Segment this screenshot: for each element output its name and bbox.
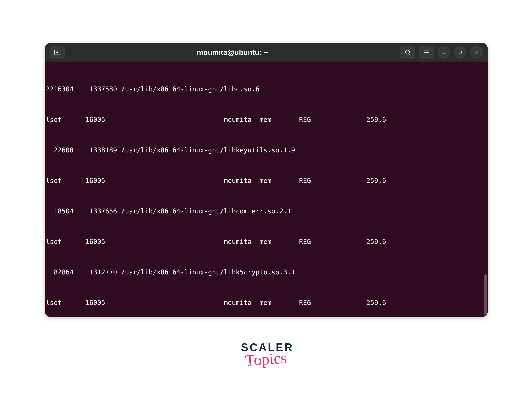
window-title: moumita@ubuntu: ~ (197, 48, 268, 57)
terminal-line: 182864 1312770 /usr/lib/x86_64-linux-gnu… (46, 267, 488, 277)
terminal-line: 22600 1338189 /usr/lib/x86_64-linux-gnu/… (46, 145, 488, 155)
terminal-line: lsof 16005 moumita mem REG 259,6 (46, 237, 488, 247)
new-tab-icon (54, 49, 61, 56)
menu-button[interactable] (419, 46, 434, 59)
menu-icon (423, 49, 430, 56)
scrollbar[interactable] (484, 274, 487, 315)
terminal-body[interactable]: 2216304 1337580 /usr/lib/x86_64-linux-gn… (45, 62, 488, 317)
terminal-line: lsof 16005 moumita mem REG 259,6 (46, 115, 488, 125)
new-tab-button[interactable] (50, 46, 65, 59)
terminal-line: lsof 16005 moumita mem REG 259,6 (46, 297, 488, 308)
maximize-icon (458, 50, 462, 55)
svg-line-4 (409, 54, 410, 55)
minimize-icon (442, 50, 446, 55)
svg-rect-9 (459, 51, 461, 53)
terminal-line: 2216304 1337580 /usr/lib/x86_64-linux-gn… (46, 84, 488, 94)
titlebar: moumita@ubuntu: ~ (45, 43, 488, 62)
brand-name-bottom: Topics (240, 348, 292, 370)
terminal-window: moumita@ubuntu: ~ (45, 43, 488, 317)
minimize-button[interactable] (438, 46, 450, 59)
brand-logo: SCALER Topics (241, 341, 291, 368)
close-icon (474, 50, 479, 55)
close-button[interactable] (470, 46, 483, 59)
terminal-line: 18504 1337656 /usr/lib/x86_64-linux-gnu/… (46, 206, 488, 216)
search-icon (404, 49, 411, 56)
maximize-button[interactable] (454, 46, 467, 59)
terminal-line: lsof 16005 moumita mem REG 259,6 (46, 176, 488, 186)
search-button[interactable] (400, 46, 415, 59)
